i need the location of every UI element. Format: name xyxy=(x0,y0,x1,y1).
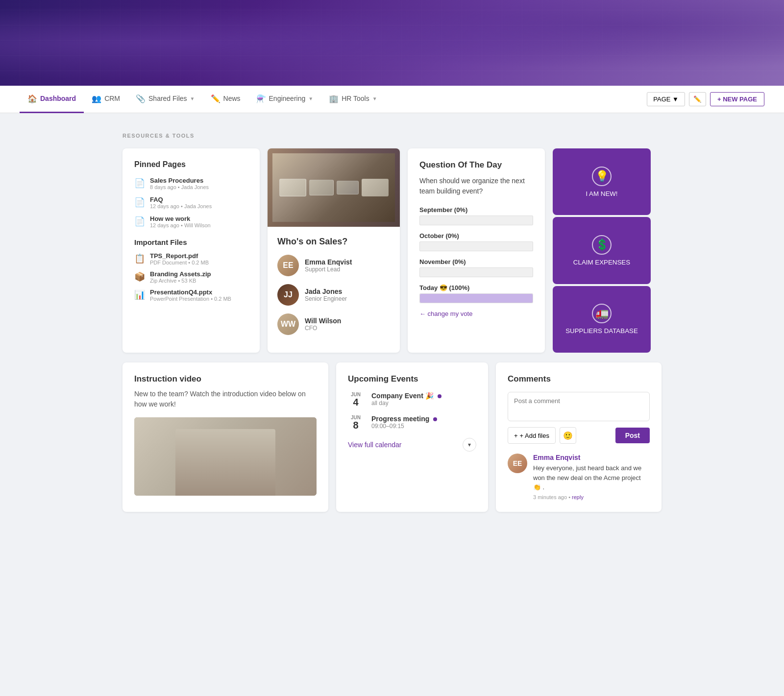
view-full-calendar[interactable]: View full calendar ▾ xyxy=(348,438,476,452)
poll-bar-bg-october xyxy=(419,241,533,251)
suppliers-database-label: SUPPLIERS DATABASE xyxy=(565,327,638,335)
poll-option-november: November (0%) xyxy=(419,258,533,277)
sidebar-item-news[interactable]: ✏️ News xyxy=(203,86,248,113)
instruction-video-card: Instruction video New to the team? Watch… xyxy=(122,362,328,512)
member-role-will: CFO xyxy=(305,325,341,332)
change-vote-link[interactable]: ← change my vote xyxy=(419,310,533,317)
file-icon-2: 📦 xyxy=(134,271,145,282)
team-member-emma: EE Emma Enqvist Support Lead xyxy=(277,255,390,276)
document-icon-3: 📄 xyxy=(134,216,145,227)
member-name-emma: Emma Enqvist xyxy=(305,258,352,266)
nav-crm-label: CRM xyxy=(104,95,120,102)
team-card: Who's on Sales? EE Emma Enqvist Support … xyxy=(268,148,400,353)
poll-bar-bg-november xyxy=(419,267,533,277)
event-dot-2 xyxy=(433,417,437,421)
sidebar-item-crm[interactable]: 👥 CRM xyxy=(84,86,128,113)
sidebar-item-engineering[interactable]: ⚗️ Engineering ▼ xyxy=(248,86,321,113)
i-am-new-label: I AM NEW! xyxy=(586,190,617,197)
bulb-icon: 💡 xyxy=(592,167,612,186)
file-name-3: PresentationQ4.pptx xyxy=(150,288,231,296)
nav-shared-files-label: Shared Files xyxy=(148,95,187,102)
video-thumbnail[interactable] xyxy=(134,417,317,496)
pinned-pages-card: Pinned Pages 📄 Sales Procedures 8 days a… xyxy=(122,148,260,353)
file-item-tps[interactable]: 📋 TPS_Report.pdf PDF Document • 0.2 MB xyxy=(134,252,248,265)
comment-actions: + + Add files 🙂 Post xyxy=(508,427,650,444)
poll-label-november: November (0%) xyxy=(419,258,533,265)
file-item-presentation[interactable]: 📊 PresentationQ4.pptx PowerPoint Present… xyxy=(134,288,248,302)
poll-option-october: October (0%) xyxy=(419,232,533,251)
engineering-icon: ⚗️ xyxy=(256,94,266,103)
instruction-video-title: Instruction video xyxy=(134,374,317,384)
video-bg xyxy=(134,417,317,496)
avatar-initials-emma: EE xyxy=(283,261,293,270)
nav-engineering-label: Engineering xyxy=(269,95,306,102)
hr-tools-chevron-icon: ▼ xyxy=(372,96,377,101)
crm-icon: 👥 xyxy=(92,94,101,103)
team-member-jada: JJ Jada Jones Senior Engineer xyxy=(277,284,390,306)
claim-expenses-button[interactable]: 💲 CLAIM EXPENSES xyxy=(553,217,651,284)
new-page-button[interactable]: + NEW PAGE xyxy=(710,92,764,106)
question-title: Question Of The Day xyxy=(419,160,533,170)
post-comment-button[interactable]: Post xyxy=(615,428,650,443)
laptop-3 xyxy=(362,179,389,196)
member-name-will: Will Wilson xyxy=(305,317,341,325)
suppliers-database-button[interactable]: 🚛 SUPPLIERS DATABASE xyxy=(553,286,651,353)
page-button[interactable]: PAGE ▼ xyxy=(647,92,685,106)
event-day-2: 8 xyxy=(348,420,364,430)
pinned-item-sales-procedures[interactable]: 📄 Sales Procedures 8 days ago • Jada Jon… xyxy=(134,177,248,190)
poll-label-october: October (0%) xyxy=(419,232,533,240)
bottom-cards-grid: Instruction video New to the team? Watch… xyxy=(122,362,662,512)
question-card: Question Of The Day When should we organ… xyxy=(408,148,545,353)
pinned-item-meta-3: 12 days ago • Will Wilson xyxy=(150,222,211,228)
file-item-branding[interactable]: 📦 Branding Assets.zip Zip Archive • 53 K… xyxy=(134,270,248,284)
event-day-1: 4 xyxy=(348,397,364,407)
edit-icon: ✏️ xyxy=(693,96,702,103)
nav-hr-tools-label: HR Tools xyxy=(342,95,369,102)
avatar-jada: JJ xyxy=(277,284,299,306)
comment-item-1: EE Emma Enqvist Hey everyone, just heard… xyxy=(508,454,650,500)
hero-banner xyxy=(0,0,784,86)
event-name-1: Company Event 🎉 xyxy=(371,392,441,400)
event-date-2: JUN 8 xyxy=(348,415,364,430)
important-files-title: Important Files xyxy=(134,238,248,246)
poll-bar-bg-september xyxy=(419,216,533,225)
event-time-1: all day xyxy=(371,400,441,407)
event-item-1: JUN 4 Company Event 🎉 all day xyxy=(348,392,476,407)
nav-items: 🏠 Dashboard 👥 CRM 📎 Shared Files ▼ ✏️ Ne… xyxy=(20,86,647,113)
add-files-button[interactable]: + + Add files xyxy=(508,427,556,444)
pinned-item-how-we-work[interactable]: 📄 How we work 12 days ago • Will Wilson xyxy=(134,215,248,228)
view-calendar-text: View full calendar xyxy=(348,441,401,449)
member-name-jada: Jada Jones xyxy=(305,288,347,295)
edit-button[interactable]: ✏️ xyxy=(689,92,706,106)
question-text: When should we organize the next team bu… xyxy=(419,176,533,196)
pinned-item-name-2: FAQ xyxy=(150,196,212,203)
file-meta-2: Zip Archive • 53 KB xyxy=(150,278,211,284)
laptop-2 xyxy=(309,180,334,195)
comment-reply-link-1[interactable]: reply xyxy=(572,494,584,500)
sidebar-item-dashboard[interactable]: 🏠 Dashboard xyxy=(20,86,84,113)
file-meta-1: PDF Document • 0.2 MB xyxy=(150,260,209,265)
pinned-item-faq[interactable]: 📄 FAQ 12 days ago • Jada Jones xyxy=(134,196,248,209)
emoji-icon: 🙂 xyxy=(563,431,573,440)
comment-text-1: Hey everyone, just heard back and we won… xyxy=(533,463,650,492)
comment-input[interactable] xyxy=(508,392,650,421)
pinned-pages-title: Pinned Pages xyxy=(134,160,248,169)
sidebar-item-shared-files[interactable]: 📎 Shared Files ▼ xyxy=(128,86,203,113)
nav-dashboard-label: Dashboard xyxy=(40,95,76,102)
comment-avatar-initials: EE xyxy=(513,459,522,467)
emoji-button[interactable]: 🙂 xyxy=(560,427,576,444)
event-name-2: Progress meeting xyxy=(371,415,437,423)
sidebar-item-hr-tools[interactable]: 🏢 HR Tools ▼ xyxy=(321,86,385,113)
file-icon-3: 📊 xyxy=(134,289,145,300)
pinned-pages-list: 📄 Sales Procedures 8 days ago • Jada Jon… xyxy=(134,177,248,228)
avatar-emma: EE xyxy=(277,255,299,276)
paperclip-icon: 📎 xyxy=(136,94,146,103)
document-icon-1: 📄 xyxy=(134,178,145,189)
shared-files-chevron-icon: ▼ xyxy=(190,96,195,101)
comment-avatar-emma: EE xyxy=(508,454,527,473)
event-date-1: JUN 4 xyxy=(348,392,364,407)
i-am-new-button[interactable]: 💡 I AM NEW! xyxy=(553,148,651,215)
team-body: Who's on Sales? EE Emma Enqvist Support … xyxy=(268,227,400,353)
section-label: RESOURCES & TOOLS xyxy=(122,133,662,139)
file-icon-1: 📋 xyxy=(134,253,145,264)
